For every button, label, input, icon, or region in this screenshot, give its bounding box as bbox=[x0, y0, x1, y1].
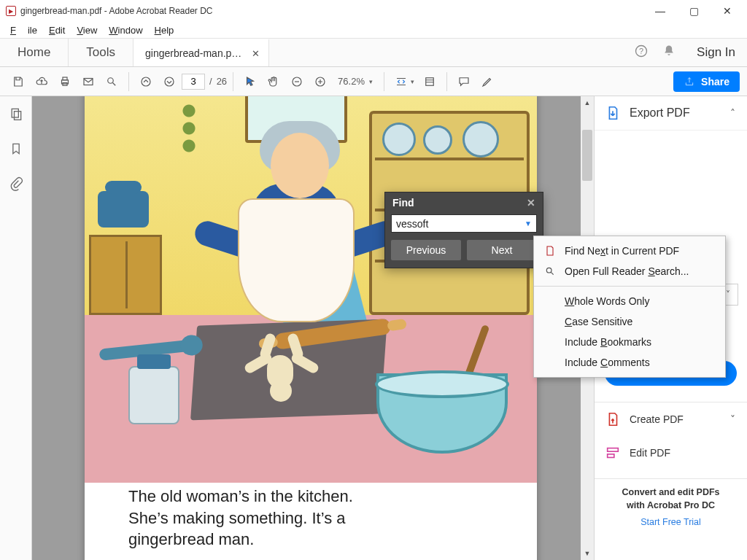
tab-tools[interactable]: Tools bbox=[69, 39, 133, 66]
page-total: 26 bbox=[217, 76, 227, 87]
attachment-icon[interactable] bbox=[9, 176, 23, 194]
svg-point-16 bbox=[546, 268, 551, 273]
tool-edit-pdf[interactable]: Edit PDF bbox=[595, 436, 747, 470]
menu-window[interactable]: Window bbox=[103, 23, 148, 37]
find-options-menu: Find Next in Current PDF Open Full Reade… bbox=[533, 236, 726, 378]
page-indicator: / 26 bbox=[182, 74, 227, 90]
share-button[interactable]: Share bbox=[673, 71, 740, 92]
svg-rect-12 bbox=[12, 109, 18, 117]
document-area[interactable]: The old woman’s in the kitchen. She’s ma… bbox=[32, 96, 594, 560]
tab-document-label: gingerbread-man.p… bbox=[145, 47, 241, 59]
comment-icon[interactable] bbox=[453, 71, 475, 93]
window-close-button[interactable]: ✕ bbox=[711, 0, 744, 22]
menu-case-sensitive[interactable]: Case Sensitive bbox=[534, 311, 725, 332]
find-close-icon[interactable]: ✕ bbox=[527, 197, 535, 209]
menu-include-bookmarks[interactable]: Include Bookmarks bbox=[534, 332, 725, 352]
select-cursor-icon[interactable] bbox=[239, 71, 261, 93]
app-icon bbox=[6, 6, 16, 16]
menu-help[interactable]: Help bbox=[149, 23, 180, 37]
svg-rect-14 bbox=[608, 448, 619, 452]
bell-icon[interactable] bbox=[662, 44, 676, 61]
menu-find-next-current[interactable]: Find Next in Current PDF bbox=[534, 241, 725, 261]
zoom-in-icon[interactable] bbox=[309, 71, 331, 93]
svg-text:?: ? bbox=[639, 47, 643, 55]
start-free-trial-link[interactable]: Start Free Trial bbox=[602, 516, 740, 529]
menu-open-full-search[interactable]: Open Full Reader Search... bbox=[534, 261, 725, 281]
chevron-down-icon: ˅ bbox=[730, 413, 735, 425]
svg-point-8 bbox=[165, 77, 174, 86]
print-icon[interactable] bbox=[54, 71, 76, 93]
scroll-thumb[interactable] bbox=[582, 130, 592, 181]
page-up-icon[interactable] bbox=[135, 71, 157, 93]
chevron-down-icon: ˅ bbox=[726, 289, 730, 300]
page-sep: / bbox=[209, 76, 212, 87]
find-previous-button[interactable]: Previous bbox=[391, 240, 461, 260]
find-input-wrap: ▼ bbox=[391, 214, 537, 233]
window-minimize-button[interactable]: — bbox=[643, 0, 677, 22]
page-display-icon[interactable] bbox=[419, 71, 441, 93]
svg-rect-3 bbox=[63, 77, 67, 80]
zoom-out-icon[interactable] bbox=[286, 71, 308, 93]
window-title: gingerbread-man.pdf - Adobe Acrobat Read… bbox=[20, 6, 643, 16]
sign-in-link[interactable]: Sign In bbox=[697, 45, 735, 60]
menu-file[interactable]: File bbox=[4, 23, 43, 37]
menubar: File Edit View Window Help bbox=[0, 22, 747, 38]
workspace: ◂ bbox=[0, 96, 747, 560]
search-icon[interactable] bbox=[101, 71, 123, 93]
scroll-down-icon[interactable]: ▼ bbox=[581, 547, 594, 560]
search-icon bbox=[544, 265, 556, 277]
mail-icon[interactable] bbox=[77, 71, 99, 93]
tab-close-icon[interactable]: ✕ bbox=[252, 48, 260, 59]
toolbar: / 26 76.2% ▾ ▾ Share bbox=[0, 67, 747, 96]
find-panel: Find ✕ ▼ Previous Next bbox=[384, 192, 543, 268]
tool-export-pdf[interactable]: Export PDF ˄ bbox=[595, 96, 747, 131]
help-icon[interactable]: ? bbox=[634, 44, 649, 61]
menu-whole-words[interactable]: Whole Words Only bbox=[534, 291, 725, 311]
save-icon[interactable] bbox=[7, 71, 29, 93]
pdf-page: The old woman’s in the kitchen. She’s ma… bbox=[85, 96, 537, 560]
window-maximize-button[interactable]: ▢ bbox=[677, 0, 711, 22]
thumbnails-icon[interactable] bbox=[9, 106, 23, 124]
menu-edit[interactable]: Edit bbox=[43, 23, 71, 37]
page-illustration bbox=[85, 96, 537, 483]
find-next-button[interactable]: Next bbox=[467, 240, 537, 260]
tabstrip: Home Tools gingerbread-man.p… ✕ ? Sign I… bbox=[0, 38, 747, 67]
left-nav-rail bbox=[0, 96, 32, 560]
svg-rect-13 bbox=[14, 112, 20, 120]
fit-width-icon[interactable] bbox=[390, 71, 412, 93]
page-current-input[interactable] bbox=[182, 74, 205, 90]
chevron-up-icon: ˄ bbox=[730, 107, 735, 119]
menu-include-comments[interactable]: Include Comments bbox=[534, 352, 725, 373]
cloud-upload-icon[interactable] bbox=[31, 71, 53, 93]
svg-point-7 bbox=[142, 77, 150, 86]
find-input[interactable] bbox=[396, 218, 525, 230]
page-text: The old woman’s in the kitchen. She’s ma… bbox=[85, 483, 537, 553]
highlight-icon[interactable] bbox=[476, 71, 498, 93]
svg-rect-11 bbox=[426, 77, 434, 85]
find-title: Find bbox=[392, 197, 414, 209]
fit-dropdown-caret[interactable]: ▾ bbox=[411, 78, 414, 85]
hand-icon[interactable] bbox=[263, 71, 285, 93]
zoom-level[interactable]: 76.2% ▾ bbox=[333, 74, 378, 89]
upsell-footer: Convert and edit PDFs with Acrobat Pro D… bbox=[595, 479, 747, 529]
find-options-dropdown-icon[interactable]: ▼ bbox=[525, 219, 532, 228]
scroll-up-icon[interactable]: ▲ bbox=[581, 96, 594, 109]
tool-create-pdf[interactable]: Create PDF ˅ bbox=[595, 402, 747, 436]
pdf-small-icon bbox=[544, 245, 556, 257]
svg-point-6 bbox=[108, 77, 114, 83]
tab-document[interactable]: gingerbread-man.p… ✕ bbox=[133, 39, 269, 66]
svg-rect-15 bbox=[608, 454, 614, 458]
bookmark-icon[interactable] bbox=[9, 141, 23, 159]
page-down-icon[interactable] bbox=[158, 71, 180, 93]
menu-view[interactable]: View bbox=[71, 23, 103, 37]
window-titlebar: gingerbread-man.pdf - Adobe Acrobat Read… bbox=[0, 0, 747, 22]
tab-home[interactable]: Home bbox=[0, 39, 69, 66]
